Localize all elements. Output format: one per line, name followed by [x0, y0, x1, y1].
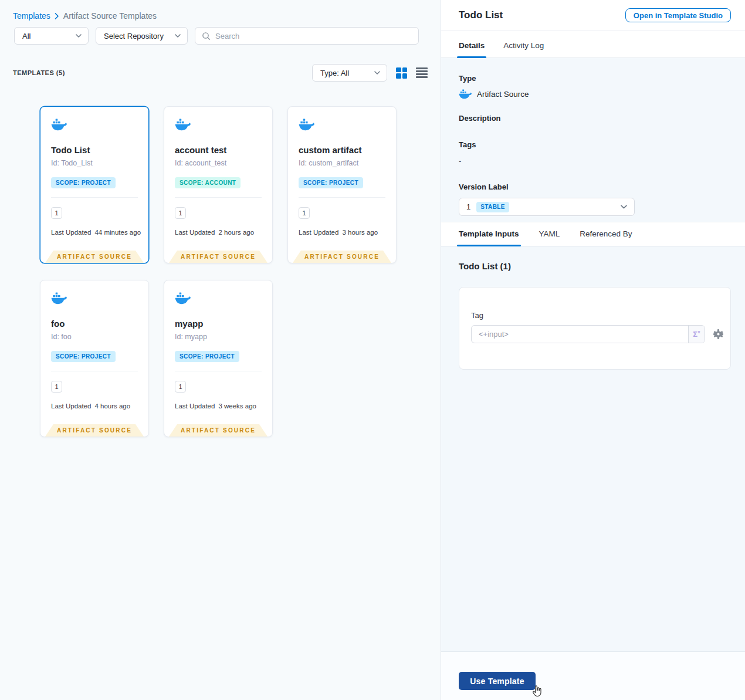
artifact-source-ribbon: ARTIFACT SOURCE [169, 424, 267, 437]
list-header: TEMPLATES (5) Type: All [13, 64, 428, 82]
last-updated: Last Updated3 weeks ago [175, 403, 262, 410]
template-card-account-test[interactable]: account test Id: account_test SCOPE: ACC… [164, 106, 273, 263]
details-header: Todo List Open in Template Studio [441, 0, 745, 31]
search-icon [202, 32, 211, 40]
tab-details[interactable]: Details [459, 41, 485, 58]
type-filter-value: Type: All [320, 69, 349, 77]
inputs-tabs: Template Inputs YAML Referenced By [441, 222, 745, 246]
docker-icon [175, 119, 191, 131]
open-in-template-studio-button[interactable]: Open in Template Studio [625, 8, 731, 22]
type-value: Artifact Source [477, 90, 529, 99]
panel-footer: Use Template [441, 651, 745, 700]
docker-icon [175, 292, 191, 305]
artifact-source-ribbon: ARTIFACT SOURCE [45, 424, 144, 437]
stable-badge: STABLE [476, 202, 509, 212]
docker-icon [51, 119, 67, 131]
repository-filter-select[interactable]: Select Repository [96, 27, 188, 45]
template-card-title: account test [175, 145, 262, 155]
scope-badge: SCOPE: PROJECT [175, 351, 239, 362]
template-card-id: Id: account_test [175, 159, 262, 167]
breadcrumb-current: Artifact Source Templates [63, 11, 157, 21]
last-updated: Last Updated44 minutes ago [51, 229, 138, 236]
scope-badge: SCOPE: ACCOUNT [175, 177, 241, 188]
version-number: 1 [466, 202, 470, 211]
search-box[interactable] [195, 27, 419, 45]
details-tabs: Details Activity Log [441, 31, 745, 58]
search-input[interactable] [215, 32, 412, 40]
use-template-button[interactable]: Use Template [459, 672, 536, 690]
list-view-icon[interactable] [416, 67, 428, 78]
card-divider [51, 371, 138, 371]
version-count-badge: 1 [175, 381, 186, 393]
template-card-foo[interactable]: foo Id: foo SCOPE: PROJECT 1 Last Update… [40, 280, 149, 437]
inputs-card: Tag Σx [459, 287, 731, 370]
breadcrumb: Templates Artifact Source Templates [0, 0, 441, 21]
chevron-down-icon [175, 34, 181, 38]
type-label: Type [459, 74, 727, 83]
last-updated: Last Updated4 hours ago [51, 403, 138, 410]
template-card-title: custom artifact [299, 145, 385, 155]
template-details-panel: Todo List Open in Template Studio Detail… [441, 0, 745, 700]
template-card-id: Id: custom_artifact [299, 159, 385, 167]
tag-input-box: Σx [471, 325, 705, 343]
template-card-id: Id: myapp [175, 333, 262, 341]
filter-bar: All Select Repository [14, 27, 441, 45]
template-card-id: Id: foo [51, 333, 138, 341]
expression-sigma-button[interactable]: Σx [688, 326, 705, 343]
tab-template-inputs[interactable]: Template Inputs [459, 229, 519, 246]
template-card-todo-list[interactable]: Todo List Id: Todo_List SCOPE: PROJECT 1… [40, 106, 149, 263]
input-settings-gear-icon[interactable] [713, 329, 723, 339]
version-count-badge: 1 [51, 207, 62, 219]
version-label-select[interactable]: 1 STABLE [459, 198, 635, 216]
card-divider [175, 197, 262, 198]
details-section: Type Artifact Source Description Tags - … [441, 58, 745, 222]
chevron-down-icon [76, 34, 82, 38]
chevron-down-icon [374, 71, 380, 75]
card-divider [51, 197, 138, 198]
last-updated: Last Updated3 hours ago [299, 229, 385, 236]
tags-value: - [459, 157, 727, 165]
tab-activity-log[interactable]: Activity Log [503, 41, 544, 58]
artifact-source-ribbon: ARTIFACT SOURCE [293, 251, 391, 263]
tab-referenced-by[interactable]: Referenced By [580, 229, 632, 246]
docker-icon [459, 89, 472, 99]
template-card-title: foo [51, 319, 138, 329]
artifact-source-ribbon: ARTIFACT SOURCE [45, 251, 144, 263]
template-card-title: Todo List [51, 145, 138, 155]
tag-input[interactable] [472, 326, 688, 343]
template-list-panel: Templates Artifact Source Templates All … [0, 0, 441, 700]
version-count-badge: 1 [299, 207, 310, 219]
template-card-id: Id: Todo_List [51, 159, 138, 167]
breadcrumb-chevron-icon [55, 13, 59, 19]
template-card-myapp[interactable]: myapp Id: myapp SCOPE: PROJECT 1 Last Up… [164, 280, 273, 437]
scope-filter-select[interactable]: All [14, 27, 89, 45]
docker-icon [299, 119, 314, 131]
template-card-title: myapp [175, 319, 262, 329]
template-card-custom-artifact[interactable]: custom artifact Id: custom_artifact SCOP… [287, 106, 397, 263]
scope-badge: SCOPE: PROJECT [51, 177, 116, 188]
scope-badge: SCOPE: PROJECT [299, 177, 363, 188]
panel-title: Todo List [459, 9, 503, 21]
version-count-badge: 1 [51, 381, 62, 393]
version-label: Version Label [459, 182, 727, 191]
version-count-badge: 1 [175, 207, 186, 219]
artifact-source-ribbon: ARTIFACT SOURCE [169, 251, 267, 263]
templates-page: Templates Artifact Source Templates All … [0, 0, 745, 700]
card-divider [175, 371, 262, 371]
type-filter-select[interactable]: Type: All [312, 64, 387, 82]
scope-badge: SCOPE: PROJECT [51, 351, 116, 362]
breadcrumb-templates-link[interactable]: Templates [13, 11, 50, 21]
chevron-down-icon [621, 205, 627, 209]
repository-filter-value: Select Repository [104, 32, 164, 40]
description-label: Description [459, 114, 727, 123]
tags-label: Tags [459, 140, 727, 149]
tab-yaml[interactable]: YAML [539, 229, 560, 246]
grid-view-icon[interactable] [396, 67, 407, 79]
last-updated: Last Updated2 hours ago [175, 229, 262, 236]
card-divider [299, 197, 385, 198]
inputs-section-title: Todo List (1) [459, 261, 731, 271]
template-inputs-section: Todo List (1) Tag Σx [441, 246, 745, 651]
template-card-grid: Todo List Id: Todo_List SCOPE: PROJECT 1… [40, 106, 441, 437]
scope-filter-value: All [22, 32, 31, 40]
tag-label: Tag [471, 311, 723, 320]
